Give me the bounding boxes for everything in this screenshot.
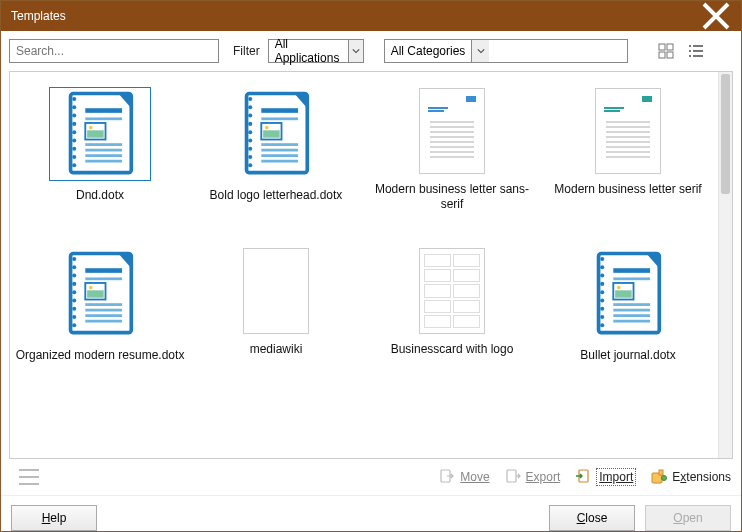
svg-rect-45 [261,149,298,152]
svg-rect-61 [87,290,104,297]
svg-point-16 [72,138,76,142]
chevron-down-icon [471,40,489,62]
list-view-button[interactable] [686,41,706,61]
svg-rect-66 [85,320,122,323]
export-button: Export [504,468,561,486]
svg-point-30 [248,97,252,101]
svg-rect-44 [261,143,298,146]
move-icon [438,468,456,486]
template-label: Businesscard with logo [391,342,514,357]
template-item[interactable]: Modern business letter sans-serif [366,82,538,212]
titlebar: Templates [1,1,741,31]
svg-point-75 [600,315,604,319]
svg-rect-63 [85,303,122,306]
svg-point-18 [72,155,76,159]
svg-point-68 [600,257,604,261]
scrollbar-thumb[interactable] [721,74,730,194]
list-icon [688,43,704,59]
toolbar: Filter All Applications All Categories [1,31,741,71]
svg-point-32 [248,114,252,118]
svg-point-43 [265,126,269,130]
svg-point-70 [600,274,604,278]
svg-point-55 [72,307,76,311]
svg-rect-59 [85,277,122,280]
svg-rect-3 [667,52,673,58]
svg-rect-23 [87,130,104,137]
svg-point-69 [600,265,604,269]
svg-rect-83 [613,309,650,312]
svg-point-17 [72,147,76,151]
svg-rect-85 [613,320,650,323]
svg-point-12 [72,105,76,109]
svg-rect-20 [85,108,122,113]
svg-point-72 [600,290,604,294]
grid-icon [658,43,674,59]
svg-point-50 [72,265,76,269]
svg-rect-78 [613,277,650,280]
svg-point-74 [600,307,604,311]
svg-rect-39 [261,108,298,113]
template-item[interactable]: Bold logo letterhead.dotx [190,82,362,212]
footer: Help Close Open [1,495,741,532]
application-filter-combo[interactable]: All Applications [268,39,364,63]
svg-point-13 [72,114,76,118]
filter-label: Filter [233,44,260,58]
search-input[interactable] [9,39,219,63]
svg-rect-21 [85,117,122,120]
svg-rect-47 [261,160,298,163]
svg-point-34 [248,130,252,134]
open-button: Open [645,505,731,531]
help-button[interactable]: Help [11,505,97,531]
svg-rect-5 [693,45,703,47]
svg-rect-90 [659,470,663,475]
svg-rect-77 [613,268,650,273]
svg-point-11 [72,97,76,101]
svg-rect-9 [693,55,703,57]
close-button[interactable]: Close [549,505,635,531]
scrollbar[interactable] [718,72,732,458]
svg-point-91 [662,476,667,481]
svg-rect-64 [85,309,122,312]
template-label: Dnd.dotx [76,188,124,203]
window-title: Templates [11,9,701,23]
import-button[interactable]: Import [574,468,636,486]
template-item[interactable]: mediawiki [190,242,362,363]
svg-rect-40 [261,117,298,120]
action-row: Move Export Import Extensions [1,459,741,495]
svg-point-35 [248,138,252,142]
template-list-container: Dnd.dotx Bold logo letterhead.dotx Moder… [9,71,733,459]
letter-preview [600,93,656,169]
svg-rect-26 [85,149,122,152]
svg-point-81 [617,286,621,290]
svg-rect-87 [507,470,516,482]
close-window-button[interactable] [701,1,731,31]
template-item[interactable]: Organized modern resume.dotx [14,242,186,363]
menu-button[interactable] [19,469,39,485]
svg-point-76 [600,323,604,327]
svg-point-33 [248,122,252,126]
svg-rect-28 [85,160,122,163]
close-icon [701,1,731,31]
import-icon [574,468,592,486]
template-item[interactable]: Businesscard with logo [366,242,538,363]
svg-rect-42 [263,130,280,137]
svg-point-51 [72,274,76,278]
svg-point-53 [72,290,76,294]
extensions-button[interactable]: Extensions [650,468,731,486]
svg-rect-0 [659,44,665,50]
svg-point-57 [72,323,76,327]
template-label: Modern business letter serif [554,182,701,197]
template-item[interactable]: Dnd.dotx [14,82,186,212]
svg-point-31 [248,105,252,109]
export-icon [504,468,522,486]
svg-point-62 [89,286,93,290]
template-item[interactable]: Modern business letter serif [542,82,714,212]
document-icon [230,88,322,180]
category-filter-combo[interactable]: All Categories [384,39,628,63]
svg-point-71 [600,282,604,286]
template-label: Bullet journal.dotx [580,348,675,363]
thumbnail-view-button[interactable] [656,41,676,61]
svg-rect-25 [85,143,122,146]
template-item[interactable]: Bullet journal.dotx [542,242,714,363]
svg-rect-6 [689,50,691,52]
